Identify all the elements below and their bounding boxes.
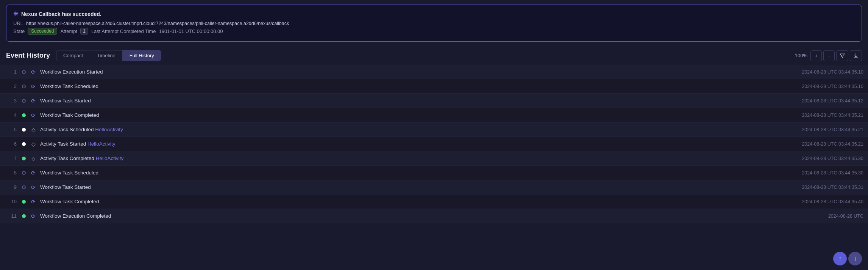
event-number: 1 (5, 69, 17, 75)
event-history-header: Event History Compact Timeline Full Hist… (0, 46, 868, 65)
event-timestamp: 2024-08-28 UTC 03:44:35.40 (802, 199, 863, 204)
event-timestamp: 2024-08-28 UTC 03:44:35.21 (802, 141, 863, 147)
event-timestamp: 2024-08-28 UTC 03:44:35.30 (802, 170, 863, 176)
asterisk-icon: ✳ (13, 10, 18, 17)
event-type-icon: ◇ (30, 155, 37, 162)
event-name: Workflow Execution Completed (40, 213, 828, 219)
event-timestamp: 2024-08-28 UTC 03:44:35.10 (802, 69, 863, 75)
event-number: 9 (5, 184, 17, 190)
event-type-icon: ⟳ (30, 111, 37, 119)
page-title: Event History (6, 52, 50, 60)
download-icon (853, 53, 859, 58)
event-dot (20, 85, 27, 88)
event-type-icon: ⟳ (30, 169, 37, 177)
event-name: Activity Task Started HelloActivity (40, 141, 802, 147)
scroll-up-button[interactable]: ↑ (833, 252, 847, 265)
event-timestamp: 2024-08-28 UTC 03:44:35.21 (802, 127, 863, 132)
table-row[interactable]: 11 ⟳ Workflow Execution Completed 2024-0… (0, 209, 868, 223)
event-number: 6 (5, 141, 17, 147)
table-row[interactable]: 6 ◇ Activity Task Started HelloActivity … (0, 137, 868, 151)
table-row[interactable]: 2 ⟳ Workflow Task Scheduled 2024-08-28 U… (0, 79, 868, 94)
event-type-icon: ⟳ (30, 198, 37, 206)
event-name: Workflow Task Completed (40, 112, 802, 118)
event-history-list: 1 ⟳ Workflow Execution Started 2024-08-2… (0, 65, 868, 223)
event-dot (20, 200, 27, 204)
event-link[interactable]: HelloActivity (87, 141, 116, 147)
event-type-icon: ◇ (30, 140, 37, 148)
event-name: Workflow Task Started (40, 184, 802, 190)
zoom-level: 100% (795, 53, 807, 58)
event-type-icon: ⟳ (30, 97, 37, 105)
event-type-icon: ⟳ (30, 83, 37, 90)
table-row[interactable]: 1 ⟳ Workflow Execution Started 2024-08-2… (0, 65, 868, 79)
event-timestamp: 2024-08-28 UTC 03:44:35.30 (802, 156, 863, 161)
event-number: 3 (5, 98, 17, 104)
event-number: 5 (5, 127, 17, 132)
event-link[interactable]: HelloActivity (96, 155, 124, 161)
tab-compact[interactable]: Compact (56, 50, 90, 61)
event-name: Workflow Task Scheduled (40, 83, 802, 89)
event-name: Workflow Task Started (40, 98, 802, 104)
event-timestamp: 2024-08-28 UTC 03:44:35.31 (802, 185, 863, 190)
zoom-out-button[interactable]: - (823, 50, 835, 61)
banner-title: ✳ Nexus Callback has succeeded. (13, 10, 855, 17)
event-dot (20, 142, 27, 146)
event-name: Activity Task Completed HelloActivity (40, 155, 802, 161)
event-type-icon: ⟳ (30, 184, 37, 191)
nexus-callback-banner: ✳ Nexus Callback has succeeded. URL http… (6, 5, 862, 42)
event-number: 7 (5, 155, 17, 161)
event-type-icon: ⟳ (30, 212, 37, 220)
event-dot (20, 70, 27, 74)
filter-icon (840, 53, 845, 58)
download-button[interactable] (850, 50, 862, 61)
event-timestamp: 2024-08-28 UTC 03:44:35.21 (802, 113, 863, 118)
event-name: Workflow Task Completed (40, 199, 802, 204)
event-dot (20, 214, 27, 218)
event-link[interactable]: HelloActivity (95, 127, 123, 132)
table-row[interactable]: 3 ⟳ Workflow Task Started 2024-08-28 UTC… (0, 94, 868, 108)
banner-state-row: State Succeeded Attempt 1 Last Attempt C… (13, 28, 855, 35)
banner-url-row: URL https://nexus.phil-caller-namespace.… (13, 20, 855, 26)
event-number: 2 (5, 83, 17, 89)
attempt-badge: 1 (80, 28, 88, 35)
event-timestamp: 2024-08-28 UTC 03:44:35.10 (802, 84, 863, 89)
table-row[interactable]: 7 ◇ Activity Task Completed HelloActivit… (0, 151, 868, 166)
filter-button[interactable] (836, 50, 848, 61)
zoom-in-button[interactable]: + (810, 50, 822, 61)
event-dot (20, 171, 27, 175)
table-row[interactable]: 8 ⟳ Workflow Task Scheduled 2024-08-28 U… (0, 166, 868, 180)
event-timestamp: 2024-08-28 UTC 03:44:35.12 (802, 98, 863, 104)
table-row[interactable]: 10 ⟳ Workflow Task Completed 2024-08-28 … (0, 195, 868, 209)
zoom-controls: 100% + - (795, 50, 862, 61)
view-tab-group: Compact Timeline Full History (56, 50, 161, 61)
event-name: Activity Task Scheduled HelloActivity (40, 127, 802, 132)
event-dot (20, 157, 27, 160)
state-badge: Succeeded (28, 28, 57, 35)
event-dot (20, 99, 27, 103)
bottom-navigation: ↑ ↓ (833, 252, 862, 265)
event-type-icon: ◇ (30, 126, 37, 133)
scroll-down-button[interactable]: ↓ (848, 252, 862, 265)
tab-timeline[interactable]: Timeline (90, 50, 122, 61)
table-row[interactable]: 9 ⟳ Workflow Task Started 2024-08-28 UTC… (0, 180, 868, 195)
event-dot (20, 185, 27, 189)
event-timestamp: 2024-08-28 UTC (828, 213, 863, 219)
event-number: 11 (5, 213, 17, 219)
event-number: 4 (5, 112, 17, 118)
table-row[interactable]: 4 ⟳ Workflow Task Completed 2024-08-28 U… (0, 108, 868, 122)
event-dot (20, 113, 27, 117)
event-type-icon: ⟳ (30, 68, 37, 76)
event-number: 10 (5, 199, 17, 204)
event-name: Workflow Execution Started (40, 69, 802, 75)
event-name: Workflow Task Scheduled (40, 170, 802, 176)
tab-full-history[interactable]: Full History (122, 50, 161, 61)
event-number: 8 (5, 170, 17, 176)
table-row[interactable]: 5 ◇ Activity Task Scheduled HelloActivit… (0, 122, 868, 137)
event-dot (20, 128, 27, 132)
